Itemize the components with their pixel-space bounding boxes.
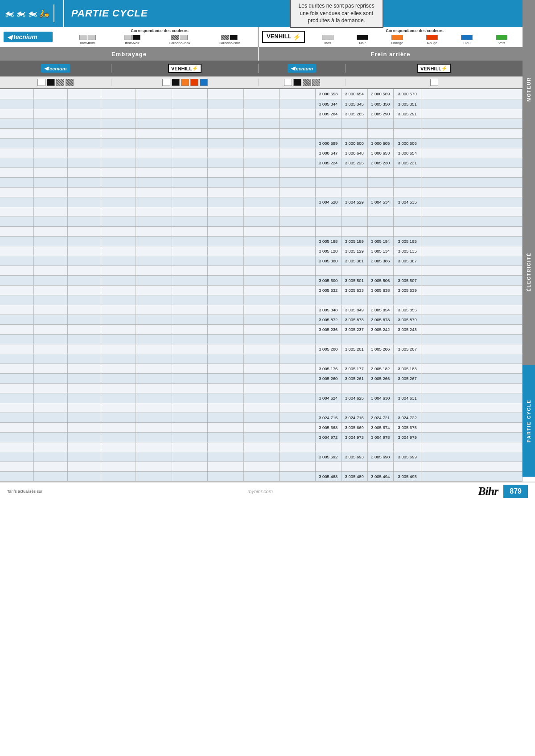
cell-v2 <box>172 226 207 236</box>
cell-vf <box>421 168 523 177</box>
tecnium-brand-name: tecnium <box>13 33 37 41</box>
cell-v5 <box>280 177 315 187</box>
cell-v3 <box>208 109 243 119</box>
cell-tf4: 3 024 722 <box>394 413 421 422</box>
cell-v2 <box>172 315 207 324</box>
cell-v1 <box>136 285 172 295</box>
table-row <box>0 226 523 236</box>
cell-tf3: 3 000 653 <box>367 148 394 158</box>
cell-t1 <box>0 295 34 305</box>
table-row: 3 000 6533 000 6543 000 5693 000 570 <box>0 89 523 99</box>
table-row: 3 005 5003 005 5013 005 5063 005 507 <box>0 275 523 285</box>
cell-tf2: 3 000 648 <box>342 148 368 158</box>
cell-tf4: 3 005 207 <box>394 344 421 354</box>
cell-v5 <box>280 128 315 138</box>
cell-t2 <box>34 442 68 452</box>
cell-v4 <box>243 462 279 471</box>
moto-icon-2: 🏍 <box>16 8 26 19</box>
cell-tf4 <box>394 177 421 187</box>
cell-t4 <box>101 128 136 138</box>
cell-tf2: 3 024 716 <box>342 413 368 422</box>
table-row: 3 005 2243 005 2253 005 2303 005 231 <box>0 158 523 168</box>
cell-v1 <box>136 128 172 138</box>
cell-v4 <box>243 393 279 403</box>
venhill-accent: ⚡ <box>293 33 300 41</box>
cell-tf3: 3 000 569 <box>367 89 394 99</box>
cell-tf3 <box>367 462 394 471</box>
cell-tf4: 3 000 654 <box>394 148 421 158</box>
cell-t1 <box>0 364 34 373</box>
right-sidebar: MOTEUR ÉLECTRICITÉ PARTIE CYCLE <box>523 0 535 756</box>
cell-tf4 <box>394 383 421 393</box>
cell-t2 <box>34 354 68 364</box>
cell-t1 <box>0 148 34 158</box>
swatch-row <box>0 77 523 89</box>
sw-vc-orange <box>391 35 403 40</box>
cell-t1 <box>0 197 34 207</box>
cell-v1 <box>136 334 172 344</box>
cell-v1 <box>136 236 172 246</box>
cell-t1 <box>0 324 34 334</box>
color-carbone-noir: Carbone-Noir <box>218 35 240 45</box>
cell-v5 <box>280 354 315 364</box>
sw-vc-inox <box>322 35 333 40</box>
cell-v2 <box>172 471 207 481</box>
cell-v5 <box>280 305 315 315</box>
cell-t3 <box>67 217 101 226</box>
table-row: 3 005 2003 005 2013 005 2063 005 207 <box>0 344 523 354</box>
cell-v3 <box>208 119 243 128</box>
cell-tf2 <box>342 403 368 413</box>
cell-tf3: 3 005 350 <box>367 99 394 109</box>
table-row: 3 005 2363 005 2373 005 2423 005 243 <box>0 324 523 334</box>
cell-tf2 <box>342 334 368 344</box>
section-frein-label: Frein arrière <box>259 47 523 61</box>
cell-v1 <box>136 364 172 373</box>
cell-tf1: 3 000 647 <box>315 148 342 158</box>
cell-t3 <box>67 452 101 462</box>
cell-v1 <box>136 158 172 168</box>
cell-tf3: 3 004 978 <box>367 432 394 442</box>
sidebar-moteur: MOTEUR <box>523 0 535 178</box>
cell-v4 <box>243 89 279 99</box>
cell-tf3: 3 005 242 <box>367 324 394 334</box>
cell-tf2: 3 004 625 <box>342 393 368 403</box>
cell-v4 <box>243 452 279 462</box>
cell-v1 <box>136 422 172 432</box>
vc-vert: Vert <box>496 35 507 45</box>
tecnium-arrow: ◀ <box>7 33 12 41</box>
cell-vf <box>421 344 523 354</box>
brand-logos-row: ◀ tecnium VENHILL ⚡ ◀ tecnium VENHILL ⚡ <box>0 61 523 77</box>
tecnium-emb-swatches <box>0 79 111 86</box>
cell-vf <box>421 324 523 334</box>
sw-v-orange <box>181 79 189 86</box>
swatch-carbone-1 <box>171 35 179 40</box>
color-inox-inox: Inox-Inox <box>79 35 96 45</box>
cell-vf <box>421 373 523 383</box>
cell-v3 <box>208 246 243 256</box>
cell-v3 <box>208 462 243 471</box>
cell-v5 <box>280 266 315 275</box>
cell-vf <box>421 207 523 217</box>
cell-t4 <box>101 471 136 481</box>
cell-t3 <box>67 305 101 315</box>
cell-v4 <box>243 177 279 187</box>
cell-v4 <box>243 158 279 168</box>
cell-t4 <box>101 344 136 354</box>
cell-v5 <box>280 295 315 305</box>
cell-t1 <box>0 452 34 462</box>
cell-v4 <box>243 197 279 207</box>
cell-v4 <box>243 305 279 315</box>
cell-tf4: 3 005 267 <box>394 373 421 383</box>
cell-tf3: 3 005 878 <box>367 315 394 324</box>
cell-v2 <box>172 413 207 422</box>
cell-v1 <box>136 109 172 119</box>
cell-t3 <box>67 442 101 452</box>
cell-v5 <box>280 334 315 344</box>
cell-t3 <box>67 471 101 481</box>
cell-v1 <box>136 207 172 217</box>
cell-v4 <box>243 471 279 481</box>
cell-v5 <box>280 197 315 207</box>
sw-gray2-1 <box>66 79 74 86</box>
cell-v5 <box>280 315 315 324</box>
cell-tf2: 3 004 973 <box>342 432 368 442</box>
